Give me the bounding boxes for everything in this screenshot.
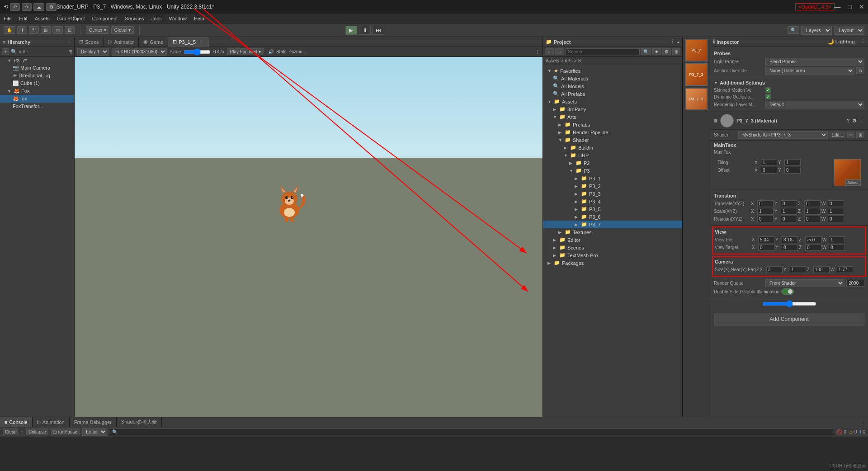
hierarchy-item-fox[interactable]: 🦊 fox [0, 95, 74, 103]
error-pause-btn[interactable]: Error Pause [51, 429, 80, 435]
doublesided-toggle[interactable] [781, 288, 794, 295]
menu-assets[interactable]: Assets [35, 16, 50, 21]
project-p3-2[interactable]: ▶ 📁 P3_2 [543, 182, 682, 190]
project-buildin[interactable]: ▶ 📁 Buildin [543, 144, 682, 151]
viewtarget-z-field[interactable] [805, 244, 821, 251]
project-editor[interactable]: ▶ 📁 Editor [543, 236, 682, 244]
pivot-btn[interactable]: Center ▾ [86, 26, 109, 34]
viewtarget-x-field[interactable] [758, 244, 774, 251]
project-star[interactable]: ★ [652, 48, 661, 55]
hierarchy-item[interactable]: ▼ P3_7* [0, 57, 74, 64]
translate-y-field[interactable] [781, 200, 797, 207]
stats-btn[interactable]: Stats [276, 49, 287, 54]
additional-settings-header[interactable]: ▼ Additional Settings [714, 80, 864, 85]
project-prefabs[interactable]: ▶ 📁 Prefabs [543, 121, 682, 128]
light-probes-dropdown[interactable]: Blend Probes [765, 58, 864, 66]
renderqueue-source[interactable]: From Shader [765, 279, 844, 287]
menu-gameobject[interactable]: GameObject [57, 16, 85, 21]
asset-thumb-p3-7[interactable]: P3_7 [685, 39, 708, 61]
layout-dropdown[interactable]: Layout [834, 26, 864, 35]
undo-btn[interactable]: ↶ [10, 3, 20, 11]
hand-tool[interactable]: ✋ [4, 26, 15, 34]
console-tab-console[interactable]: ≡ Console [0, 417, 33, 427]
project-p3-7[interactable]: ▶ 📁 P3_7 [543, 221, 682, 228]
scale-z-field[interactable] [804, 208, 821, 215]
shader-edit-btn[interactable]: Edit... [830, 132, 846, 138]
hierarchy-add[interactable]: + [2, 48, 9, 55]
redo-btn[interactable]: ↷ [22, 3, 32, 11]
hierarchy-item[interactable]: 📷 Main Camera [0, 64, 74, 72]
console-tab-shader[interactable]: Shader参考大全 [117, 417, 162, 427]
play-btn[interactable]: ▶ [345, 26, 357, 35]
camera-y-field[interactable] [790, 266, 806, 273]
resolution-select[interactable]: Full HD (1920×1080) [112, 48, 167, 56]
scale-w-field[interactable] [828, 208, 844, 215]
console-search[interactable] [110, 429, 834, 435]
project-p3-4[interactable]: ▶ 📁 P3_4 [543, 198, 682, 205]
rotation-z-field[interactable] [804, 216, 821, 222]
shader-dropdown[interactable]: MyShader/URP/P3_7_3 [738, 131, 828, 139]
clear-btn[interactable]: Clear [3, 429, 18, 435]
translate-w-field[interactable] [828, 200, 844, 207]
shader-expand-btn[interactable]: ⊞ [856, 132, 864, 138]
project-p2[interactable]: ▶ 📁 P2 [543, 159, 682, 167]
project-renderpipeline[interactable]: ▶ 📁 Render Pipeline [543, 128, 682, 136]
offset-y-field[interactable] [784, 167, 801, 174]
close-btn[interactable]: ✕ [859, 3, 864, 10]
project-add[interactable]: + [677, 39, 679, 45]
hierarchy-menu[interactable]: ⋮ [66, 39, 71, 45]
toolbar-menu[interactable]: ⋮ [535, 49, 540, 54]
menu-services[interactable]: Services [125, 16, 144, 21]
camera-w-field[interactable] [837, 266, 853, 273]
skinned-motion-toggle[interactable]: ✓ [765, 87, 771, 93]
project-forward[interactable]: → [555, 48, 564, 55]
step-btn[interactable]: ⏭ [373, 26, 384, 35]
audio-btn[interactable]: 🔊 [268, 49, 274, 54]
settings-btn[interactable]: ⚙ [46, 3, 57, 11]
global-btn[interactable]: Global ▾ [111, 26, 134, 34]
scale-slider[interactable] [184, 48, 211, 56]
rotation-x-field[interactable] [757, 216, 774, 222]
horizontal-scrollbar[interactable] [762, 300, 816, 307]
project-packages[interactable]: ▶ 📁 Packages [543, 259, 682, 267]
viewtarget-w-field[interactable] [829, 244, 845, 251]
menu-component[interactable]: Component [92, 16, 118, 21]
collapse-btn[interactable]: Collapse [26, 429, 48, 435]
project-back[interactable]: ← [545, 48, 554, 55]
console-tab-animation[interactable]: ▷ Animation [33, 417, 70, 427]
project-p3-1[interactable]: ▶ 📁 P3_1 [543, 174, 682, 182]
viewpos-y-field[interactable] [782, 236, 798, 243]
project-3rdparty[interactable]: ▶ 📁 3rdParty [543, 105, 682, 113]
hierarchy-item[interactable]: ▼ 🦊 Fox [0, 87, 74, 95]
project-shader[interactable]: ▼ 📁 Shader [543, 136, 682, 144]
console-menu[interactable]: ⋮ [856, 419, 868, 425]
hierarchy-item[interactable]: ☀ Directional Lig... [0, 72, 74, 80]
offset-x-field[interactable] [761, 167, 777, 174]
project-all-models[interactable]: 🔍 All Models [543, 82, 682, 90]
rotation-y-field[interactable] [781, 216, 797, 222]
translate-x-field[interactable] [757, 200, 774, 207]
renderqueue-value[interactable] [846, 280, 864, 287]
hierarchy-item[interactable]: ⬜ Cube (1) [0, 80, 74, 87]
breadcrumb-s[interactable]: S [578, 58, 581, 63]
breadcrumb-arts[interactable]: Arts [565, 58, 573, 63]
project-arts[interactable]: ▼ 📁 Arts [543, 113, 682, 121]
translate-z-field[interactable] [804, 200, 821, 207]
project-textmesh[interactable]: ▶ 📁 TextMesh Pro [543, 251, 682, 259]
asset-thumb-p3-7-3b[interactable]: P3_7_3 [685, 88, 708, 110]
inspector-menu[interactable]: ⋮ [860, 39, 865, 45]
shader-options-btn[interactable]: ≡ [847, 132, 854, 138]
tab-p3[interactable]: ⊡ P3_1_5 ⋮ [168, 37, 209, 47]
console-source-select[interactable]: Editor [82, 428, 107, 436]
lighting-link[interactable]: 🌙 Lighting [828, 39, 855, 45]
minimize-btn[interactable]: — [835, 3, 841, 10]
cloud-btn[interactable]: ☁ [33, 3, 44, 11]
project-settings[interactable]: ⚙ [662, 48, 671, 55]
project-p3-6[interactable]: ▶ 📁 P3_6 [543, 213, 682, 221]
project-filter[interactable]: 🔍 [641, 48, 651, 55]
viewtarget-y-field[interactable] [782, 244, 798, 251]
console-tab-framedebugger[interactable]: Frame Debugger [70, 417, 117, 427]
hierarchy-filter[interactable]: ⊞ [68, 49, 72, 55]
tab-game[interactable]: ◉ Game [139, 37, 168, 47]
tab-scene[interactable]: ⊞ Scene [75, 37, 104, 47]
